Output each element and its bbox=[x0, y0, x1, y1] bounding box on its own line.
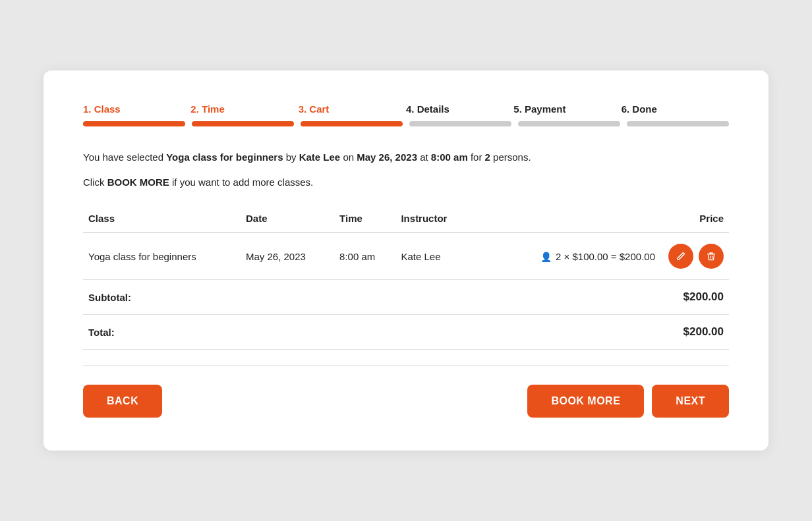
steps-bars bbox=[83, 121, 729, 126]
btn-left: BACK bbox=[83, 385, 162, 418]
edit-button[interactable] bbox=[668, 244, 693, 269]
main-card: 1. Class 2. Time 3. Cart 4. Details 5. P… bbox=[44, 70, 768, 451]
total-row: Total: $200.00 bbox=[83, 315, 729, 350]
step-6-label: 6. Done bbox=[622, 103, 729, 115]
step-bar-6 bbox=[627, 121, 729, 126]
book-more-hint: Click BOOK MORE if you want to add more … bbox=[83, 177, 729, 188]
svg-rect-0 bbox=[707, 254, 715, 255]
footer-buttons: BACK BOOK MORE NEXT bbox=[83, 385, 729, 418]
book-more-hint-action: BOOK MORE bbox=[107, 177, 169, 188]
step-4-label: 4. Details bbox=[406, 103, 513, 115]
step-bar-4 bbox=[409, 121, 511, 126]
bottom-divider bbox=[83, 366, 729, 366]
total-label: Total: bbox=[83, 315, 471, 350]
step-bar-3 bbox=[301, 121, 403, 126]
delete-button[interactable] bbox=[699, 244, 724, 269]
btn-right: BOOK MORE NEXT bbox=[527, 385, 729, 418]
col-header-instructor: Instructor bbox=[395, 206, 471, 233]
col-header-price: Price bbox=[471, 206, 729, 233]
class-date: May 26, 2023 bbox=[357, 151, 417, 163]
col-header-class: Class bbox=[83, 206, 241, 233]
class-name: Yoga class for beginners bbox=[166, 151, 283, 163]
steps-container: 1. Class 2. Time 3. Cart 4. Details 5. P… bbox=[83, 103, 729, 126]
col-header-time: Time bbox=[334, 206, 395, 233]
price-actions: 👤 2 × $100.00 = $200.00 bbox=[477, 244, 724, 269]
step-3-label: 3. Cart bbox=[299, 103, 406, 115]
instructor-name: Kate Lee bbox=[299, 151, 341, 163]
class-time: 8:00 am bbox=[431, 151, 468, 163]
step-5-label: 5. Payment bbox=[513, 103, 621, 115]
booking-table: Class Date Time Instructor Price Yoga cl… bbox=[83, 206, 729, 350]
row-date: May 26, 2023 bbox=[241, 233, 334, 280]
table-row: Yoga class for beginners May 26, 2023 8:… bbox=[83, 233, 729, 280]
subtotal-value: $200.00 bbox=[471, 280, 729, 315]
step-bar-1 bbox=[83, 121, 185, 126]
row-price: 👤 2 × $100.00 = $200.00 bbox=[471, 233, 729, 280]
next-button[interactable]: NEXT bbox=[652, 385, 729, 418]
persons-formula: 2 × $100.00 = $200.00 bbox=[556, 251, 655, 262]
selection-info: You have selected Yoga class for beginne… bbox=[83, 150, 729, 165]
persons-count: 2 bbox=[485, 151, 490, 163]
subtotal-label: Subtotal: bbox=[83, 280, 471, 315]
back-button[interactable]: BACK bbox=[83, 385, 162, 418]
step-2-label: 2. Time bbox=[190, 103, 298, 115]
row-instructor: Kate Lee bbox=[395, 233, 471, 280]
step-bar-2 bbox=[192, 121, 294, 126]
row-time: 8:00 am bbox=[334, 233, 395, 280]
total-value: $200.00 bbox=[471, 315, 729, 350]
col-header-date: Date bbox=[241, 206, 334, 233]
steps-labels: 1. Class 2. Time 3. Cart 4. Details 5. P… bbox=[83, 103, 729, 115]
price-value: 👤 2 × $100.00 = $200.00 bbox=[540, 251, 655, 262]
subtotal-row: Subtotal: $200.00 bbox=[83, 280, 729, 315]
row-class: Yoga class for beginners bbox=[83, 233, 241, 280]
step-bar-5 bbox=[518, 121, 620, 126]
step-1-label: 1. Class bbox=[83, 103, 190, 115]
person-icon: 👤 bbox=[540, 252, 552, 262]
book-more-button[interactable]: BOOK MORE bbox=[527, 385, 644, 418]
